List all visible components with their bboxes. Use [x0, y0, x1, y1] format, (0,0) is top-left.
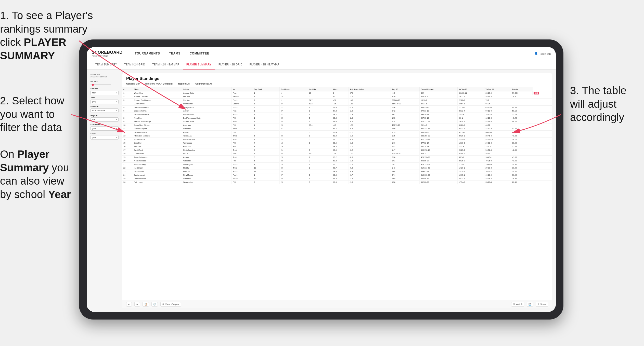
gender-chip-value: Men [136, 82, 140, 85]
table-cell: 26 [122, 181, 133, 184]
table-cell: 69.4 [332, 173, 349, 177]
table-cell: 68.2 [308, 102, 332, 106]
table-cell: 2 [308, 173, 332, 177]
table-cell: 43.49 [511, 127, 533, 131]
table-cell: Kentucky [182, 145, 232, 148]
region-dropdown[interactable]: N/A ▼ [91, 117, 119, 122]
subnav-player-summary[interactable]: PLAYER SUMMARY [183, 60, 215, 70]
nav-teams[interactable]: TEAMS [164, 47, 185, 60]
table-cell: 1 [332, 91, 349, 95]
gender-dropdown[interactable]: Men ▼ [91, 91, 119, 95]
table-cell: 68.7 [332, 166, 349, 170]
table-cell: 1 [253, 113, 279, 116]
table-cell: 21 [279, 106, 308, 109]
table-cell: 0 [308, 170, 332, 173]
table-cell: -2.0 [332, 99, 349, 102]
annotation-3-bold2: Year [48, 188, 71, 200]
table-cell: -2.5 [349, 116, 391, 120]
table-cell: Jake Hall [133, 141, 182, 145]
table-cell: 28-15-0 [484, 91, 511, 95]
no-rds-slider[interactable] [91, 84, 111, 85]
table-cell: 509-82-21 [420, 170, 458, 173]
table-cell: 1.43 [391, 166, 420, 170]
subnav-player-h2h-heatmap[interactable]: PLAYER H2H HEATMAP [246, 60, 283, 70]
redo-button[interactable]: ↪ [134, 302, 140, 307]
division-dropdown[interactable]: NCAA Division I ▼ [91, 108, 119, 113]
table-cell: 1 [308, 120, 332, 123]
export-button[interactable]: 💾 [527, 302, 533, 307]
watch-icon: 👁 [513, 303, 515, 306]
nav-committee[interactable]: COMMITTEE [185, 47, 214, 60]
table-cell: 674-33-12 [420, 109, 458, 113]
table-cell: 58.18 [511, 109, 533, 113]
table-row: 4Luke ClantonFlorida StateSecond12768.2-… [122, 102, 552, 106]
table-row: 24Bastien AmatNew MexicoFourth127269.4-1… [122, 173, 552, 177]
logo-area: SCOREBOARD Powered by clippi [92, 50, 123, 57]
table-cell: Phichakon Maichon [133, 134, 182, 138]
app-logo-sub: Powered by clippi [92, 55, 123, 57]
table-cell: Bastien Amat [133, 173, 182, 177]
subnav-player-h2h-grid[interactable]: PLAYER H2H GRID [215, 60, 246, 70]
col-no-rds: No. Rds. [308, 87, 332, 91]
share-button[interactable]: ⇧ Share [536, 302, 548, 307]
table-cell: 2.34 [391, 106, 420, 109]
year-dropdown[interactable]: (All) ▼ [91, 100, 119, 104]
table-cell: 4 [253, 152, 279, 156]
sign-out-link[interactable]: Sign out [540, 52, 551, 55]
col-points: Points [511, 87, 533, 91]
table-cell: Third [232, 138, 253, 141]
watch-button[interactable]: 👁 Watch [511, 302, 524, 307]
table-cell: 19-26-0 [484, 173, 511, 177]
undo-button[interactable]: ↩ [126, 302, 132, 307]
table-cell: Vanderbilt [182, 127, 232, 131]
table-cell: 28-12-7 [458, 109, 484, 113]
subnav-team-summary[interactable]: TEAM SUMMARY [92, 60, 121, 70]
subnav-team-h2h-heatmap[interactable]: TEAM H2H HEATMAP [149, 60, 183, 70]
table-cell: 1.50 [391, 127, 420, 131]
view-button[interactable]: 👁 View: Original [160, 302, 181, 307]
table-cell: 22-29-7 [458, 138, 484, 141]
table-cell: 61-20-3 [484, 106, 511, 109]
main-nav: TOURNAMENTS TEAMS COMMITTEE [130, 47, 534, 60]
nav-tournaments[interactable]: TOURNAMENTS [130, 47, 165, 60]
table-cell: 0 [308, 131, 332, 134]
table-cell: 1 [308, 134, 332, 138]
copy-button[interactable]: 📋 [143, 302, 149, 307]
table-cell: 2 [308, 106, 332, 109]
conference-dropdown[interactable]: (All) ▼ [91, 126, 119, 131]
table-cell: -1.5 [349, 141, 391, 145]
table-cell: 29-38-2 [484, 166, 511, 170]
table-cell: 84.7 [308, 99, 332, 102]
table-cell: 69.0 [332, 134, 349, 138]
clock-button[interactable]: 🕐 [151, 302, 158, 307]
table-cell: Third [232, 148, 253, 152]
table-cell: 27 [279, 102, 308, 106]
table-cell: 1.61 [391, 159, 420, 163]
subnav-team-h2h-grid[interactable]: TEAM H2H GRID [121, 60, 149, 70]
table-cell: 24 [279, 170, 308, 173]
table-cell: 14 [122, 138, 133, 141]
table-cell: 480-72-25 [391, 123, 420, 127]
table-cell: 46.77 [511, 120, 533, 123]
table-cell: First [232, 91, 253, 95]
year-label: Year [91, 96, 119, 99]
table-cell: Fourth [232, 106, 253, 109]
header-row: # Player School Yr Reg Rank Conf Rank No… [122, 87, 552, 91]
table-cell: -1.8 [349, 181, 391, 184]
header-right: 👤 Sign out [534, 52, 551, 55]
table-cell: -0.3 [349, 170, 391, 173]
table-cell: 11 [122, 127, 133, 131]
table-cell: 628-150-30 [420, 134, 458, 138]
table-cell: 5 [253, 159, 279, 163]
table-row: 22Ian GilliganFloridaThird1024168.7-0.81… [122, 166, 552, 170]
table-cell: 8 [122, 116, 133, 120]
table-cell: Mats Ege [133, 116, 182, 120]
table-cell: -1.2 [349, 177, 391, 181]
player-dropdown[interactable]: (All) ▼ [91, 135, 119, 140]
table-cell: Texas A&M [182, 134, 232, 138]
table-cell: 5 [122, 106, 133, 109]
table-cell: 40.98 [511, 159, 533, 163]
table-cell: 250-86-13 [391, 99, 420, 102]
table-cell: -0.8 [349, 156, 391, 159]
table-cell: 69.0 [332, 148, 349, 152]
